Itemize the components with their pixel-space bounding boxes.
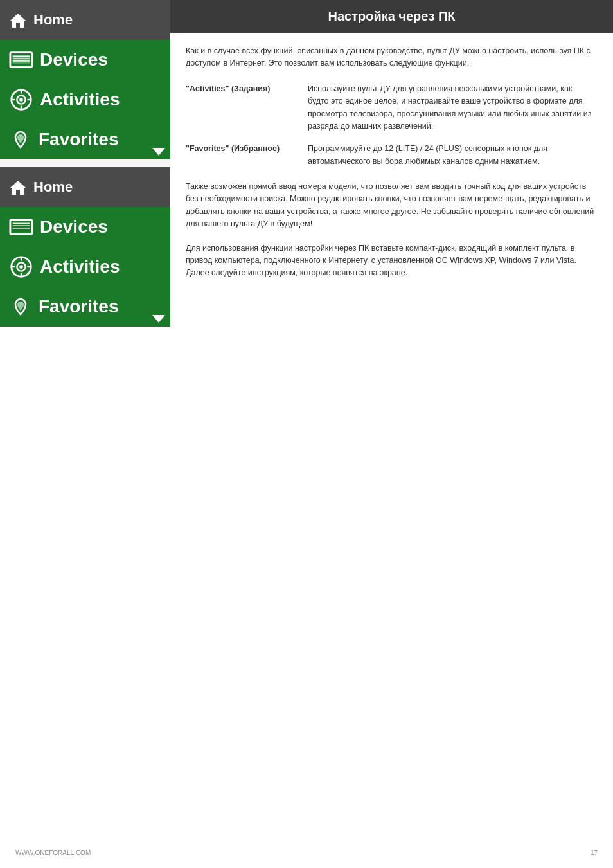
term-value-favorites: Программируйте до 12 (LITE) / 24 (PLUS) … (308, 143, 595, 168)
sidebar-favorites-label-top: Favorites (39, 129, 119, 150)
sidebar-item-devices-top[interactable]: Devices (0, 40, 170, 80)
favorites-icon-top (9, 128, 32, 151)
term-row-activities: "Activities" (Задания) Используйте пульт… (186, 83, 595, 133)
favorites-icon-bottom (9, 295, 32, 318)
devices-icon-top (9, 48, 33, 72)
svg-rect-14 (10, 220, 32, 235)
sidebar-item-favorites-bottom[interactable]: Favorites (0, 287, 170, 327)
svg-marker-13 (10, 181, 26, 195)
sidebar-item-devices-bottom[interactable]: Devices (0, 207, 170, 247)
svg-point-24 (19, 265, 23, 269)
sidebar-item-home-bottom[interactable]: Home (0, 167, 170, 207)
sidebar-home-label-bottom: Home (33, 179, 73, 195)
sidebar-item-favorites-top[interactable]: Favorites (0, 120, 170, 159)
activities-icon-top (9, 87, 33, 112)
sidebar-activities-label-bottom: Activities (40, 257, 120, 277)
sidebar-favorites-label-bottom: Favorites (39, 296, 119, 317)
sidebar-top: Home Devices Act (0, 0, 170, 327)
home-icon-bottom (9, 178, 27, 196)
sidebar-devices-label-top: Devices (40, 50, 108, 70)
main-content: Как и в случае всех функций, описанных в… (170, 33, 613, 317)
website-label: WWW.ONEFORALL.COM (15, 849, 91, 856)
term-key-activities: "Activities" (Задания) (186, 83, 308, 95)
paragraph-2: Для использования функции настройки чере… (186, 242, 595, 280)
term-row-favorites: "Favorites" (Избранное) Программируйте д… (186, 143, 595, 168)
svg-marker-0 (10, 14, 26, 28)
sidebar-home-label-top: Home (33, 12, 73, 28)
home-icon (9, 11, 27, 29)
chevron-down-icon-top (152, 148, 165, 156)
intro-paragraph: Как и в случае всех функций, описанных в… (186, 45, 595, 70)
term-key-favorites: "Favorites" (Избранное) (186, 143, 308, 155)
activities-icon-bottom (9, 255, 33, 279)
sidebar-devices-label-bottom: Devices (40, 217, 108, 237)
page-number: 17 (591, 849, 598, 856)
sidebar-item-home-top[interactable]: Home (0, 0, 170, 40)
term-table: "Activities" (Задания) Используйте пульт… (186, 83, 595, 168)
page-title: Настройка через ПК (170, 0, 613, 33)
sidebar-item-activities-bottom[interactable]: Activities (0, 247, 170, 287)
svg-point-12 (19, 98, 23, 102)
page-footer: WWW.ONEFORALL.COM 17 (0, 849, 613, 856)
term-value-activities: Используйте пульт ДУ для управления неск… (308, 83, 595, 133)
paragraph-1: Также возможен прямой ввод номера модели… (186, 181, 595, 231)
sidebar-activities-label-top: Activities (40, 89, 120, 110)
chevron-down-icon-bottom (152, 315, 165, 323)
sidebar-item-activities-top[interactable]: Activities (0, 80, 170, 120)
devices-icon-bottom (9, 215, 33, 239)
